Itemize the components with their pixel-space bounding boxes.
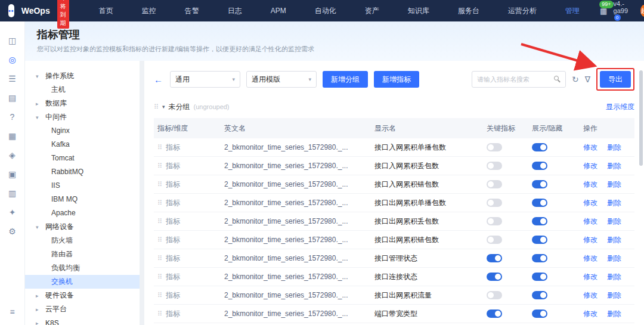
- delete-link[interactable]: 删除: [607, 309, 621, 319]
- edit-link[interactable]: 修改: [583, 179, 597, 190]
- knowledge-icon[interactable]: ▣: [4, 166, 21, 182]
- edit-link[interactable]: 修改: [583, 290, 597, 301]
- edit-link[interactable]: 修改: [583, 198, 597, 208]
- edit-link[interactable]: 修改: [583, 161, 597, 171]
- drag-handle-icon[interactable]: ⠿: [157, 181, 162, 188]
- nav-item-服务台[interactable]: 服务台: [444, 0, 494, 21]
- category-select[interactable]: 通用 ▾: [170, 71, 240, 88]
- visibility-toggle[interactable]: [532, 291, 547, 299]
- visibility-toggle[interactable]: [532, 254, 547, 262]
- edit-link[interactable]: 修改: [583, 143, 597, 153]
- delete-link[interactable]: 删除: [607, 290, 621, 301]
- tree-item-主机[interactable]: 主机: [25, 83, 140, 97]
- edit-link[interactable]: 修改: [583, 216, 597, 227]
- search-icon[interactable]: [554, 76, 559, 81]
- key-metric-toggle[interactable]: [487, 291, 502, 299]
- tree-group-中间件[interactable]: ▾中间件: [25, 110, 140, 124]
- tree-item-Nginx[interactable]: Nginx: [25, 124, 140, 138]
- media-icon[interactable]: ▥: [4, 185, 21, 202]
- export-button[interactable]: 导出: [600, 71, 631, 88]
- key-metric-toggle[interactable]: [487, 180, 502, 188]
- edit-link[interactable]: 修改: [583, 253, 597, 264]
- show-dimensions-link[interactable]: 显示维度: [606, 102, 634, 112]
- delete-link[interactable]: 删除: [607, 198, 621, 208]
- add-group-button[interactable]: 新增分组: [323, 71, 368, 88]
- avatar[interactable]: 超: [640, 5, 644, 17]
- tree-item-IBM MQ[interactable]: IBM MQ: [25, 193, 140, 206]
- key-metric-toggle[interactable]: [487, 254, 502, 262]
- visibility-toggle[interactable]: [532, 217, 547, 225]
- vertical-scrollbar[interactable]: [639, 70, 643, 166]
- drag-handle-icon[interactable]: ⠿: [157, 218, 162, 225]
- visibility-toggle[interactable]: [532, 162, 547, 170]
- delete-link[interactable]: 删除: [607, 216, 621, 227]
- visibility-toggle[interactable]: [532, 199, 547, 207]
- delete-link[interactable]: 删除: [607, 179, 621, 190]
- visibility-toggle[interactable]: [532, 273, 547, 281]
- nav-item-知识库[interactable]: 知识库: [394, 0, 444, 21]
- visibility-toggle[interactable]: [532, 180, 547, 188]
- tree-item-Apache[interactable]: Apache: [25, 206, 140, 220]
- drag-handle-icon[interactable]: ⠿: [157, 310, 162, 318]
- nav-item-告警[interactable]: 告警: [171, 0, 213, 21]
- key-metric-toggle[interactable]: [487, 199, 502, 207]
- delete-link[interactable]: 删除: [607, 161, 621, 171]
- collapse-sidebar-icon[interactable]: ≡: [4, 304, 21, 320]
- drag-handle-icon[interactable]: ⠿: [157, 236, 162, 244]
- tree-item-RabbitMQ[interactable]: RabbitMQ: [25, 165, 140, 179]
- visibility-toggle[interactable]: [532, 309, 547, 318]
- delete-link[interactable]: 删除: [607, 235, 621, 245]
- drag-handle-icon[interactable]: ⠿: [157, 273, 162, 281]
- drag-handle-icon[interactable]: ⠿: [157, 292, 162, 299]
- tree-item-Tomcat[interactable]: Tomcat: [25, 151, 140, 165]
- tree-item-IIS[interactable]: IIS: [25, 179, 140, 193]
- collapse-caret-icon[interactable]: ▾: [162, 104, 165, 110]
- nav-item-监控[interactable]: 监控: [128, 0, 171, 21]
- tree-group-数据库[interactable]: ▸数据库: [25, 97, 140, 110]
- drag-handle-icon[interactable]: ⠿: [157, 162, 162, 170]
- visibility-toggle[interactable]: [532, 143, 547, 151]
- key-metric-toggle[interactable]: [487, 273, 502, 281]
- delete-link[interactable]: 删除: [607, 272, 621, 282]
- tree-group-硬件设备[interactable]: ▸硬件设备: [25, 289, 140, 302]
- schedule-icon[interactable]: ▦: [4, 128, 21, 144]
- tree-item-交换机[interactable]: 交换机: [25, 275, 140, 289]
- filter-icon[interactable]: ∇: [585, 75, 590, 84]
- nav-item-日志[interactable]: 日志: [213, 0, 256, 21]
- key-metric-toggle[interactable]: [487, 217, 502, 225]
- tree-item-防火墙[interactable]: 防火墙: [25, 234, 140, 247]
- tree-item-Kafka[interactable]: Kafka: [25, 138, 140, 151]
- template-select[interactable]: 通用模版 ▾: [246, 71, 317, 88]
- nav-item-资产[interactable]: 资产: [351, 0, 394, 21]
- nav-item-首页[interactable]: 首页: [85, 0, 128, 21]
- tree-item-路由器[interactable]: 路由器: [25, 247, 140, 261]
- asset-icon[interactable]: ◈: [4, 147, 21, 163]
- delete-link[interactable]: 删除: [607, 143, 621, 153]
- tree-group-K8S[interactable]: ▸K8S: [25, 316, 140, 325]
- key-metric-toggle[interactable]: [487, 162, 502, 170]
- tree-group-云平台[interactable]: ▸云平台: [25, 302, 140, 316]
- nav-item-自动化[interactable]: 自动化: [301, 0, 351, 21]
- tree-group-网络设备[interactable]: ▾网络设备: [25, 220, 140, 234]
- help-icon[interactable]: ?: [4, 109, 21, 125]
- key-metric-toggle[interactable]: [487, 309, 502, 318]
- edit-link[interactable]: 修改: [583, 272, 597, 282]
- add-metric-button[interactable]: 新增指标: [374, 71, 419, 88]
- analysis-icon[interactable]: ✦: [4, 204, 21, 221]
- drag-handle-icon[interactable]: ⠿: [154, 103, 159, 111]
- drag-handle-icon[interactable]: ⠿: [157, 199, 162, 207]
- visibility-toggle[interactable]: [532, 236, 547, 244]
- back-button[interactable]: ←: [154, 75, 163, 85]
- monitor-icon[interactable]: ◎: [4, 51, 21, 68]
- alert-icon[interactable]: ☰: [4, 70, 21, 87]
- settings-icon[interactable]: ⚙: [4, 223, 21, 240]
- tree-group-操作系统[interactable]: ▾操作系统: [25, 69, 140, 83]
- refresh-icon[interactable]: ↻: [572, 75, 579, 84]
- nav-item-APM[interactable]: APM: [256, 0, 301, 21]
- edit-link[interactable]: 修改: [583, 235, 597, 245]
- apps-icon[interactable]: ◫: [4, 32, 21, 49]
- search-input[interactable]: [472, 71, 566, 88]
- drag-handle-icon[interactable]: ⠿: [157, 144, 162, 151]
- nav-item-运营分析[interactable]: 运营分析: [494, 0, 551, 21]
- tree-item-负载均衡[interactable]: 负载均衡: [25, 261, 140, 275]
